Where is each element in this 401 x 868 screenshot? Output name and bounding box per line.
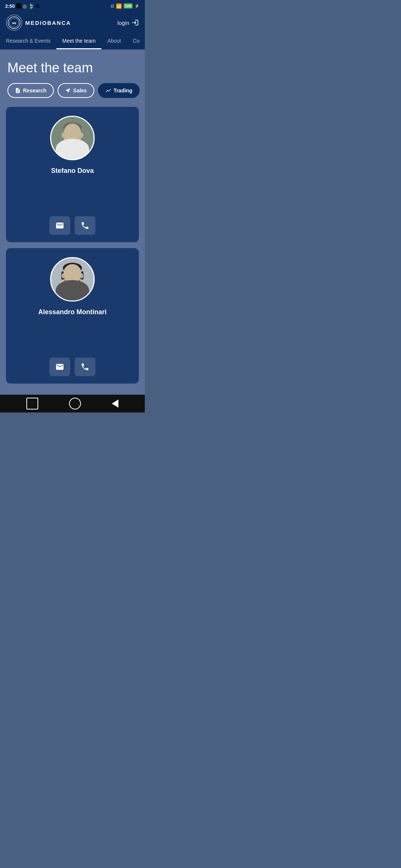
svg-rect-5 [69,140,75,146]
svg-point-11 [75,133,78,136]
battery-bolt-icon: ⚡ [134,4,140,9]
svg-rect-14 [51,258,94,300]
nav-home-circle-button[interactable] [69,398,81,410]
tab-research-events[interactable]: Research & Events [0,33,56,49]
nav-back-triangle-button[interactable] [112,400,118,408]
email-button-stefano[interactable] [49,216,70,235]
wifi-icon: 📶 [116,3,122,9]
svg-point-9 [80,133,84,138]
email-icon-alessandro [55,362,64,371]
member-name-alessandro: Alessandro Montinari [38,308,107,316]
chart-icon [105,88,111,93]
avatar-svg-stefano [51,117,94,159]
g-icon: G [36,3,39,9]
phone-button-alessandro[interactable] [75,358,95,376]
logo-area: MB MEDIOBANCA [6,14,71,31]
page-title-area: Meet the team [0,50,145,83]
sales-icon [65,88,71,93]
avatar-alessandro-montinari [50,257,95,302]
phone-icon-stefano [81,221,89,230]
team-cards: Stefano Dova [0,107,145,395]
email-icon-stefano [55,221,64,230]
avatar-image-alessandro [51,258,94,300]
login-label[interactable]: login [117,20,129,26]
svg-point-10 [68,133,71,136]
filter-trading-button[interactable]: Trading [98,83,140,98]
status-right-icons: ⊡ 📶 100 ⚡ [111,3,140,9]
svg-text:MB: MB [12,22,16,25]
svg-point-17 [63,266,81,286]
logo-text: MEDIOBANCA [25,20,71,26]
status-left: 2:50 🅽 ◎ 🍃 G [5,3,39,9]
tab-about[interactable]: About [101,33,127,49]
filter-buttons: Research Sales Trading [0,83,145,107]
team-card-alessandro-montinari: Alessandro Montinari [6,248,139,384]
email-button-alessandro[interactable] [49,358,70,376]
document-icon [15,88,21,93]
svg-point-22 [75,273,78,276]
contact-buttons-stefano [49,216,95,235]
svg-point-21 [68,273,71,276]
login-area[interactable]: login [117,19,139,26]
svg-point-24 [75,274,77,276]
filter-sales-label: Sales [73,88,87,93]
nav-tabs: Research & Events Meet the team About Co [0,33,145,50]
phone-icon-alessandro [81,362,89,371]
svg-rect-16 [70,281,75,287]
status-time: 2:50 [5,3,15,9]
filter-trading-label: Trading [114,88,133,93]
contact-buttons-alessandro [49,358,95,376]
team-card-stefano-dova: Stefano Dova [6,107,139,242]
svg-point-4 [56,143,88,159]
screen-record-icon: ⊡ [111,4,114,9]
svg-point-13 [75,134,77,135]
svg-point-12 [68,134,70,135]
bottom-nav [0,395,145,412]
svg-point-6 [63,125,81,146]
svg-point-8 [62,133,65,138]
mediobanca-logo-svg: MB [7,16,21,29]
avatar-image-stefano [51,117,94,159]
nfc-icon: 🅽 [16,3,21,9]
status-bar: 2:50 🅽 ◎ 🍃 G ⊡ 📶 100 ⚡ [0,0,145,12]
svg-point-18 [63,263,82,273]
logo-circle: MB [6,14,22,31]
tab-co[interactable]: Co [127,33,145,49]
nav-back-square-button[interactable] [26,398,38,410]
member-name-stefano: Stefano Dova [51,167,94,175]
svg-point-23 [68,274,70,276]
avatar-svg-alessandro [51,258,94,300]
tab-meet-the-team[interactable]: Meet the team [56,33,102,49]
svg-rect-3 [51,117,94,159]
filter-sales-button[interactable]: Sales [58,83,94,98]
phone-button-stefano[interactable] [75,216,95,235]
filter-research-button[interactable]: Research [7,83,54,98]
circle-icon: ◎ [23,3,27,9]
svg-point-15 [56,286,88,300]
login-icon [131,19,139,26]
svg-point-20 [80,273,84,278]
battery-icon: 100 [124,3,133,9]
svg-point-7 [63,122,81,132]
leaf-icon: 🍃 [28,3,34,9]
filter-research-label: Research [23,88,46,93]
app-header: MB MEDIOBANCA login [0,12,145,33]
avatar-stefano-dova [50,116,95,160]
svg-point-19 [62,273,65,278]
page-title: Meet the team [7,60,137,76]
page-content: Meet the team Research Sales Trading [0,50,145,395]
